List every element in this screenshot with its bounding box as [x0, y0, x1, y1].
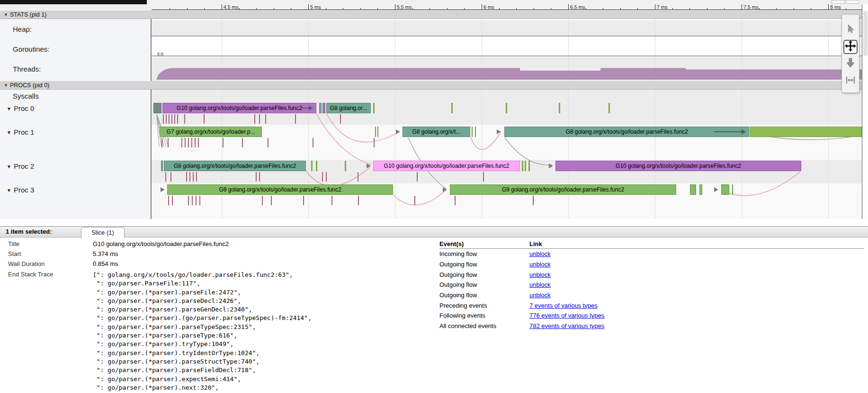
- event-row: All connected events782 events of variou…: [439, 321, 864, 331]
- timeline-slice[interactable]: [472, 127, 473, 137]
- flow-arrowhead-icon: [367, 164, 371, 168]
- event-type-label: Preceding events: [439, 302, 529, 309]
- flow-event-tick: [169, 114, 170, 124]
- event-link[interactable]: unblock: [529, 250, 551, 257]
- flow-event-tick: [358, 196, 359, 205]
- timeline-slice[interactable]: [161, 161, 163, 171]
- flow-event-tick: [189, 172, 190, 182]
- flow-event-tick: [191, 138, 192, 147]
- vertical-scrollbar[interactable]: [862, 4, 868, 219]
- timeline-slice[interactable]: G8 golang.or...: [326, 103, 371, 113]
- track-row-label[interactable]: ▼Proc 1: [7, 128, 34, 136]
- flow-event-tick: [259, 114, 260, 124]
- timeline-slice[interactable]: [345, 161, 346, 171]
- flow-event-tick: [322, 172, 323, 182]
- flow-event-tick: [295, 114, 296, 124]
- flow-arrowhead-icon: [714, 187, 718, 192]
- timeline-slice[interactable]: [522, 161, 523, 171]
- collapse-arrow-icon: ▼: [4, 83, 8, 88]
- timeline-slice[interactable]: [699, 184, 702, 195]
- timeline-slice[interactable]: [316, 161, 317, 171]
- timeline-slice[interactable]: [375, 127, 376, 137]
- timeline-slice[interactable]: [525, 161, 526, 171]
- timeline-slice[interactable]: [750, 127, 862, 137]
- flow-event-tick: [177, 114, 178, 124]
- timeline-slice[interactable]: G10 golang.org/x/tools/go/loader.parseFi…: [373, 161, 520, 171]
- timeline-slice[interactable]: G8 golang.org/x/t...: [403, 127, 470, 137]
- timeline-slice[interactable]: G7 golang.org/x/tools/go/loader.p...: [160, 127, 262, 137]
- event-link[interactable]: 782 events of various types: [529, 322, 604, 329]
- track-row-label[interactable]: ▼Proc 3: [7, 186, 34, 194]
- timeline-slice[interactable]: [559, 103, 560, 113]
- track-row-label-text: Goroutines:: [13, 45, 50, 53]
- timing-tool-button[interactable]: [843, 74, 858, 88]
- track-row-label[interactable]: ▼Proc 0: [7, 104, 34, 112]
- track-row-label-text: Proc 3: [14, 186, 34, 194]
- tab-slice[interactable]: Slice (1): [81, 227, 125, 238]
- flow-event-tick: [265, 114, 266, 124]
- timeline-slice[interactable]: [732, 184, 733, 195]
- timeline-slice[interactable]: G10 golang.org/x/tools/go/loader.parseFi…: [162, 103, 316, 113]
- flow-event-tick: [223, 138, 224, 147]
- track-row-label-text: Threads:: [13, 65, 41, 73]
- flow-event-tick: [313, 138, 313, 147]
- flow-event-tick: [259, 172, 260, 182]
- timeline-slice[interactable]: [377, 127, 378, 137]
- pan-tool-button[interactable]: [843, 40, 858, 54]
- event-row: Outgoing flowunblock: [439, 259, 864, 270]
- flow-event-tick: [193, 172, 194, 182]
- analysis-tab-strip: 1 item selected: Slice (1): [0, 227, 868, 238]
- scrollbar-thumb[interactable]: [863, 11, 868, 56]
- section-header-procs[interactable]: ▼PROCS (pid 0): [0, 81, 862, 90]
- flow-event-tick: [172, 196, 173, 205]
- event-link[interactable]: 776 events of various types: [529, 312, 604, 319]
- event-link[interactable]: unblock: [529, 281, 551, 288]
- event-link[interactable]: 7 events of various types: [529, 302, 598, 309]
- flow-event-tick: [198, 138, 199, 147]
- detail-field-row: TitleG10 golang.org/x/tools/go/loader.pa…: [8, 239, 425, 249]
- flow-event-tick: [171, 114, 172, 124]
- event-row: Incoming flowunblock: [439, 249, 864, 259]
- flow-event-tick: [204, 114, 205, 124]
- zoom-tool-button[interactable]: [843, 57, 858, 71]
- track-row-label-text: Syscalls: [13, 92, 39, 100]
- timeline-slice[interactable]: [690, 184, 696, 195]
- timeline-slice[interactable]: [475, 127, 476, 137]
- timeline-slice[interactable]: [721, 184, 729, 195]
- event-type-label: Incoming flow: [439, 250, 529, 257]
- flow-event-tick: [161, 138, 162, 147]
- timeline-slice[interactable]: [373, 103, 375, 113]
- timeline-slice[interactable]: G9 golang.org/x/tools/go/loader.parseFil…: [450, 184, 676, 195]
- event-row: Outgoing flowunblock: [439, 269, 864, 280]
- event-link[interactable]: unblock: [529, 271, 551, 278]
- section-header-stats[interactable]: ▼STATS (pid 1): [0, 10, 862, 19]
- timeline-slice[interactable]: [153, 103, 161, 113]
- slice-end-arrowhead-icon: [742, 129, 746, 134]
- timeline-slice[interactable]: [322, 103, 325, 113]
- cursor-icon: [845, 24, 856, 36]
- flow-event-tick: [271, 196, 272, 205]
- gridline: [395, 10, 395, 219]
- timeline-slice[interactable]: [319, 103, 322, 113]
- slice-end-arrowhead-icon: [309, 106, 313, 110]
- mouse-mode-toolbar: [841, 14, 859, 93]
- timeline-slice[interactable]: G8 golang.org/x/tools/go/loader.parseFil…: [164, 161, 306, 171]
- event-link[interactable]: unblock: [529, 292, 551, 299]
- track-band: [152, 20, 862, 36]
- timeline-slice[interactable]: [528, 161, 530, 171]
- flow-event-tick: [326, 172, 327, 182]
- detail-field-row: Wall Duration0.854 ms: [8, 259, 425, 269]
- timeline-slice[interactable]: [311, 161, 313, 171]
- timeline-slice[interactable]: G9 golang.org/x/tools/go/loader.parseFil…: [167, 184, 393, 195]
- timeline-slice[interactable]: [608, 103, 610, 113]
- zoom-icon: [845, 57, 856, 71]
- timeline-slice[interactable]: [451, 103, 453, 113]
- track-row-label[interactable]: ▼Proc 2: [7, 162, 34, 170]
- toolbar-drag-handle[interactable]: [844, 16, 857, 20]
- timeline-slice[interactable]: [506, 103, 507, 113]
- flow-event-tick: [483, 172, 484, 182]
- event-link[interactable]: unblock: [529, 261, 551, 268]
- timeline-slice[interactable]: G10 golang.org/x/tools/go/loader.parseFi…: [555, 161, 801, 171]
- selection-tool-button[interactable]: [843, 23, 858, 37]
- timeline-slice[interactable]: G8 golang.org/x/tools/go/loader.parseFil…: [504, 127, 749, 137]
